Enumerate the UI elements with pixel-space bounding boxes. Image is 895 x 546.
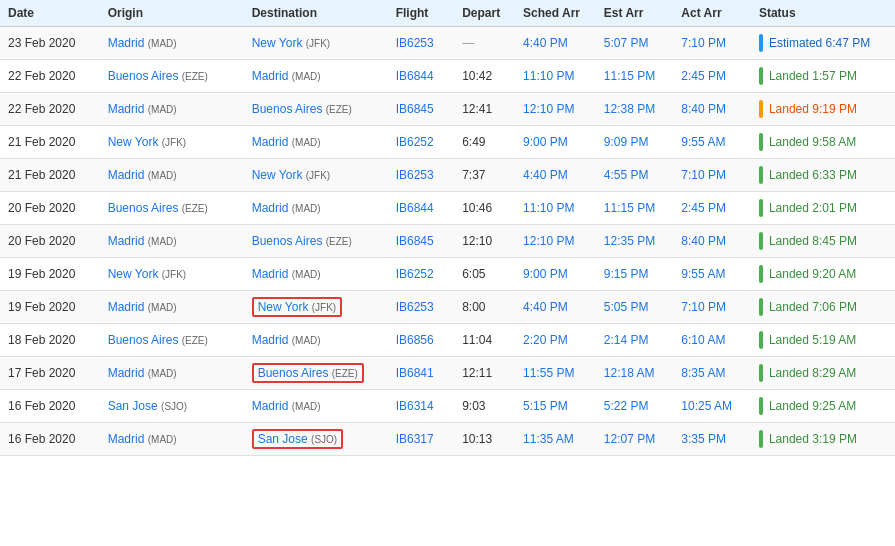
flight-act-arrival: 8:35 AM [673,357,751,390]
flight-number[interactable]: IB6252 [388,258,454,291]
flight-sched-arrival: 11:10 PM [515,60,596,93]
flight-status: Landed 8:45 PM [751,225,895,258]
flight-destination: Madrid (MAD) [244,258,388,291]
flight-depart-time: 8:00 [454,291,515,324]
flight-date: 18 Feb 2020 [0,324,100,357]
col-header-act-arr: Act Arr [673,0,751,27]
flight-depart-time: 10:42 [454,60,515,93]
flight-act-arrival: 8:40 PM [673,225,751,258]
flight-act-arrival: 2:45 PM [673,60,751,93]
flight-date: 20 Feb 2020 [0,225,100,258]
table-row: 20 Feb 2020Buenos Aires (EZE)Madrid (MAD… [0,192,895,225]
flight-act-arrival: 6:10 AM [673,324,751,357]
flight-status: Landed 9:58 AM [751,126,895,159]
flight-act-arrival: 9:55 AM [673,258,751,291]
table-row: 22 Feb 2020Madrid (MAD)Buenos Aires (EZE… [0,93,895,126]
flight-status: Landed 5:19 AM [751,324,895,357]
table-row: 16 Feb 2020San Jose (SJO)Madrid (MAD)IB6… [0,390,895,423]
col-header-status: Status [751,0,895,27]
flight-status: Landed 9:20 AM [751,258,895,291]
flight-act-arrival: 2:45 PM [673,192,751,225]
flight-number[interactable]: IB6317 [388,423,454,456]
flight-sched-arrival: 4:40 PM [515,27,596,60]
status-indicator [759,430,763,448]
flight-number[interactable]: IB6841 [388,357,454,390]
table-row: 17 Feb 2020Madrid (MAD)Buenos Aires (EZE… [0,357,895,390]
flight-number[interactable]: IB6253 [388,159,454,192]
flight-number[interactable]: IB6253 [388,291,454,324]
flight-sched-arrival: 5:15 PM [515,390,596,423]
flight-destination: Buenos Aires (EZE) [244,357,388,390]
flight-origin: Madrid (MAD) [100,93,244,126]
flight-sched-arrival: 12:10 PM [515,93,596,126]
flight-origin: New York (JFK) [100,258,244,291]
flight-status: Landed 3:19 PM [751,423,895,456]
col-header-flight: Flight [388,0,454,27]
flight-status: Landed 2:01 PM [751,192,895,225]
flight-number[interactable]: IB6252 [388,126,454,159]
flight-destination: Madrid (MAD) [244,390,388,423]
flight-depart-time: 10:13 [454,423,515,456]
status-indicator [759,298,763,316]
status-text: Landed 9:58 AM [769,135,856,149]
flight-status: Landed 7:06 PM [751,291,895,324]
flight-date: 16 Feb 2020 [0,390,100,423]
flight-sched-arrival: 11:35 AM [515,423,596,456]
flight-number[interactable]: IB6845 [388,93,454,126]
flight-act-arrival: 9:55 AM [673,126,751,159]
flight-destination: Buenos Aires (EZE) [244,93,388,126]
flight-date: 19 Feb 2020 [0,291,100,324]
flight-destination: Madrid (MAD) [244,126,388,159]
table-row: 23 Feb 2020Madrid (MAD)New York (JFK)IB6… [0,27,895,60]
flight-date: 23 Feb 2020 [0,27,100,60]
flight-destination: Madrid (MAD) [244,60,388,93]
flight-origin: Buenos Aires (EZE) [100,324,244,357]
table-row: 16 Feb 2020Madrid (MAD)San Jose (SJO)IB6… [0,423,895,456]
status-indicator [759,100,763,118]
status-indicator [759,232,763,250]
status-text: Landed 6:33 PM [769,168,857,182]
flight-est-arrival: 4:55 PM [596,159,674,192]
flight-date: 21 Feb 2020 [0,126,100,159]
col-header-origin: Origin [100,0,244,27]
flight-sched-arrival: 4:40 PM [515,159,596,192]
flight-destination: Madrid (MAD) [244,324,388,357]
table-row: 19 Feb 2020New York (JFK)Madrid (MAD)IB6… [0,258,895,291]
flight-act-arrival: 7:10 PM [673,27,751,60]
flight-destination: Madrid (MAD) [244,192,388,225]
flight-number[interactable]: IB6844 [388,192,454,225]
flight-sched-arrival: 12:10 PM [515,225,596,258]
col-header-date: Date [0,0,100,27]
status-text: Landed 9:25 AM [769,399,856,413]
flight-origin: Madrid (MAD) [100,225,244,258]
table-row: 22 Feb 2020Buenos Aires (EZE)Madrid (MAD… [0,60,895,93]
flight-act-arrival: 8:40 PM [673,93,751,126]
flight-number[interactable]: IB6253 [388,27,454,60]
flight-depart-time: — [454,27,515,60]
flight-status: Landed 8:29 AM [751,357,895,390]
flight-sched-arrival: 9:00 PM [515,126,596,159]
flight-destination: San Jose (SJO) [244,423,388,456]
status-text: Landed 2:01 PM [769,201,857,215]
flight-number[interactable]: IB6844 [388,60,454,93]
flight-est-arrival: 9:15 PM [596,258,674,291]
flight-date: 22 Feb 2020 [0,60,100,93]
flight-origin: Madrid (MAD) [100,27,244,60]
flight-number[interactable]: IB6845 [388,225,454,258]
flight-sched-arrival: 9:00 PM [515,258,596,291]
status-indicator [759,364,763,382]
status-indicator [759,133,763,151]
flight-number[interactable]: IB6314 [388,390,454,423]
table-row: 18 Feb 2020Buenos Aires (EZE)Madrid (MAD… [0,324,895,357]
flight-depart-time: 12:10 [454,225,515,258]
flight-depart-time: 12:41 [454,93,515,126]
status-text: Landed 8:29 AM [769,366,856,380]
flight-number[interactable]: IB6856 [388,324,454,357]
col-header-depart: Depart [454,0,515,27]
flight-origin: Buenos Aires (EZE) [100,60,244,93]
flight-date: 19 Feb 2020 [0,258,100,291]
flight-date: 22 Feb 2020 [0,93,100,126]
flight-depart-time: 11:04 [454,324,515,357]
status-text: Landed 9:19 PM [769,102,857,116]
table-row: 21 Feb 2020Madrid (MAD)New York (JFK)IB6… [0,159,895,192]
